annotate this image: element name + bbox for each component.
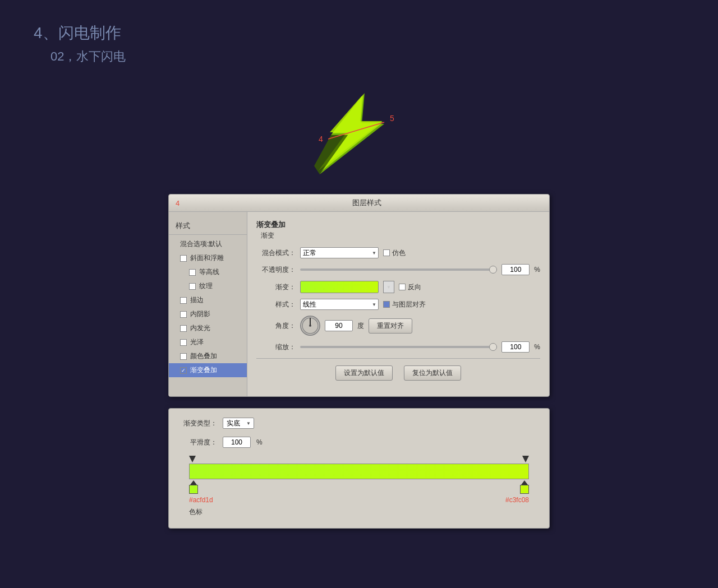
reset-default-button[interactable]: 复位为默认值 — [404, 365, 461, 381]
scale-input[interactable]: 100 — [501, 341, 530, 353]
top-stops — [189, 456, 529, 464]
inner-glow-checkbox[interactable] — [180, 325, 187, 332]
gradient-bar-container: #acfd1d #c3fc08 — [189, 456, 529, 504]
dialog-titlebar: 4 图层样式 — [169, 195, 549, 212]
dialog-sidebar: 样式 混合选项:默认 斜面和浮雕 等高线 — [169, 212, 247, 396]
satin-label: 光泽 — [190, 337, 204, 347]
scale-track — [300, 346, 497, 348]
stroke-checkbox[interactable] — [180, 297, 187, 304]
gradient-row: 渐变： ▼ 反向 — [256, 281, 540, 293]
dither-checkbox[interactable] — [383, 249, 390, 256]
style-row: 样式： 线性 与图层对齐 — [256, 299, 540, 310]
opacity-unit: % — [534, 266, 540, 274]
gradient-type-row: 渐变类型： 实底 — [178, 418, 540, 429]
sidebar-item-gradient-overlay[interactable]: 渐变叠加 — [169, 363, 247, 377]
sidebar-item-color-overlay[interactable]: 颜色叠加 — [169, 349, 247, 363]
sidebar-item-inner-shadow[interactable]: 内阴影 — [169, 307, 247, 321]
scale-unit: % — [534, 343, 540, 351]
texture-checkbox[interactable] — [189, 283, 196, 290]
sidebar-item-stroke[interactable]: 描边 — [169, 293, 247, 307]
align-text: 与图层对齐 — [392, 300, 426, 309]
style-select[interactable]: 线性 — [300, 299, 379, 310]
color-stop-right[interactable] — [520, 480, 529, 494]
color-labels: #acfd1d #c3fc08 — [189, 496, 529, 504]
grad-section-title: 色标 — [189, 507, 540, 517]
smoothness-input[interactable]: 100 — [223, 437, 251, 448]
title-section: 4、闪电制作 02，水下闪电 — [0, 22, 718, 65]
sidebar-item-blend-options[interactable]: 混合选项:默认 — [169, 237, 247, 251]
angle-dial[interactable] — [300, 316, 320, 336]
bevel-checkbox[interactable] — [180, 255, 187, 262]
lightning-area: 4 5 — [0, 76, 718, 188]
gradient-bar — [189, 464, 529, 479]
sidebar-header: 样式 — [169, 217, 247, 235]
reset-align-button[interactable]: 重置对齐 — [369, 318, 412, 334]
contour-checkbox[interactable] — [189, 269, 196, 276]
gradient-type-select-wrapper[interactable]: 实底 — [223, 418, 254, 429]
smoothness-label: 平滑度： — [178, 438, 217, 447]
blend-mode-label: 混合模式： — [256, 248, 296, 258]
sidebar-item-satin[interactable]: 光泽 — [169, 335, 247, 349]
angle-input[interactable]: 90 — [325, 320, 353, 331]
svg-text:5: 5 — [390, 114, 394, 123]
main-title: 4、闪电制作 — [34, 22, 684, 44]
align-label[interactable]: 与图层对齐 — [383, 300, 426, 309]
sidebar-item-contour[interactable]: 等高线 — [169, 265, 247, 279]
lightning-svg: 4 5 — [275, 87, 443, 177]
angle-label: 角度： — [256, 321, 296, 331]
reverse-label[interactable]: 反向 — [399, 283, 421, 292]
opacity-thumb[interactable] — [489, 266, 497, 274]
gradient-dropdown-btn[interactable]: ▼ — [383, 281, 394, 293]
blend-options-label: 混合选项:默认 — [180, 239, 222, 249]
opacity-stop-left[interactable] — [189, 456, 196, 462]
angle-row: 角度： 90 度 重置对齐 — [256, 316, 540, 336]
opacity-stop-right[interactable] — [522, 456, 529, 462]
section-subtitle-gradient: 渐变 — [261, 231, 540, 240]
reverse-checkbox[interactable] — [399, 284, 406, 290]
gradient-type-select[interactable]: 实底 — [223, 418, 254, 429]
section-title-gradient-overlay: 渐变叠加 — [256, 220, 540, 230]
right-stop-swatch[interactable] — [520, 485, 529, 494]
scale-thumb[interactable] — [489, 343, 497, 351]
blend-mode-select-wrapper[interactable]: 正常 — [300, 247, 379, 258]
smoothness-row: 平滑度： 100 % — [178, 437, 540, 448]
gradient-preview[interactable] — [300, 281, 379, 293]
color-overlay-label: 颜色叠加 — [190, 351, 217, 361]
texture-label: 纹理 — [199, 281, 213, 291]
svg-marker-2 — [321, 94, 383, 172]
inner-shadow-checkbox[interactable] — [180, 311, 187, 318]
color-label-left: #acfd1d — [189, 496, 213, 504]
gradient-overlay-checkbox[interactable] — [180, 367, 187, 374]
dialog-title: 图层样式 — [191, 198, 542, 208]
align-checkbox[interactable] — [383, 301, 390, 308]
layer-style-dialog: 4 图层样式 样式 混合选项:默认 斜面和浮雕 — [168, 194, 550, 397]
dither-label[interactable]: 仿色 — [383, 248, 406, 258]
angle-dial-svg — [301, 317, 319, 335]
dither-text: 仿色 — [392, 248, 406, 258]
set-default-button[interactable]: 设置为默认值 — [335, 365, 393, 381]
opacity-slider[interactable] — [300, 265, 497, 275]
style-select-wrapper[interactable]: 线性 — [300, 299, 379, 310]
right-stop-arrow — [521, 480, 528, 485]
satin-checkbox[interactable] — [180, 339, 187, 346]
blend-mode-select[interactable]: 正常 — [300, 247, 379, 258]
sidebar-item-texture[interactable]: 纹理 — [169, 279, 247, 293]
opacity-input[interactable]: 100 — [501, 264, 530, 275]
gradient-select-wrapper[interactable] — [300, 281, 379, 293]
gradient-label: 渐变： — [256, 283, 296, 292]
sidebar-item-inner-glow[interactable]: 内发光 — [169, 321, 247, 335]
gradient-dropdown-icon: ▼ — [386, 285, 391, 290]
scale-slider[interactable] — [300, 342, 497, 352]
sidebar-item-bevel[interactable]: 斜面和浮雕 — [169, 251, 247, 265]
dialog-num: 4 — [176, 199, 180, 207]
page: 4、闪电制作 02，水下闪电 4 5 — [0, 0, 718, 588]
color-stop-left[interactable] — [189, 480, 198, 494]
left-stop-swatch[interactable] — [189, 485, 198, 494]
color-overlay-checkbox[interactable] — [180, 353, 187, 360]
gradient-overlay-label: 渐变叠加 — [190, 365, 217, 375]
reverse-text: 反向 — [408, 283, 421, 292]
style-label: 样式： — [256, 300, 296, 309]
scale-row: 缩放： 100 % — [256, 341, 540, 353]
sub-title: 02，水下闪电 — [50, 48, 684, 65]
svg-text:4: 4 — [319, 135, 323, 143]
